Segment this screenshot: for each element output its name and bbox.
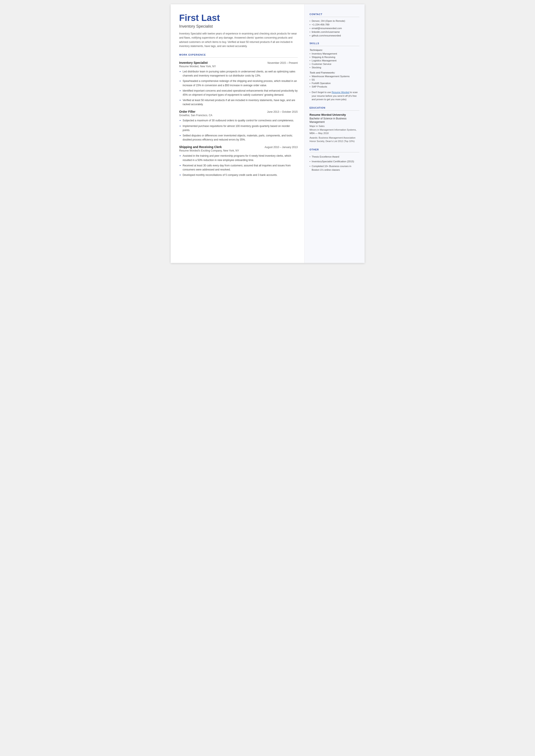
job-1-bullet-1: Led distributor team in pursuing sales p… [179, 70, 298, 78]
job-1-bullets: Led distributor team in pursuing sales p… [179, 70, 298, 107]
education-section: EDUCATION Resume Worded University Bache… [310, 106, 359, 143]
job-1-bullet-3: Identified important concerns and execut… [179, 89, 298, 97]
left-column: First Last Inventory Specialist Inventor… [171, 4, 304, 263]
tools-label: Tools and Frameworks: [310, 71, 359, 74]
edu-degree: Bachelor of Science in Business Manageme… [310, 117, 359, 124]
tool-forklift: Forklift Operation [310, 82, 359, 84]
contact-phone: +1-234-456-789 [310, 23, 359, 26]
contact-linkedin: linkedin.com/in/username [310, 31, 359, 33]
job-2-bullet-2: Implemented purchase requisitions for al… [179, 124, 298, 132]
job-3-header: Shipping and Receiving Clerk August 2010… [179, 145, 298, 149]
contact-list: Denver, OH (Open to Remote) +1-234-456-7… [310, 20, 359, 37]
techniques-list: Inventory Management Shipping & Receivin… [310, 52, 359, 69]
education-label: EDUCATION [310, 106, 359, 109]
job-3-bullets: Assisted in the training and peer mentor… [179, 154, 298, 177]
candidate-title: Inventory Specialist [179, 24, 298, 29]
skills-divider [310, 46, 359, 46]
contact-section: CONTACT Denver, OH (Open to Remote) +1-2… [310, 13, 359, 37]
contact-email: email@resumeworded.com [310, 27, 359, 30]
techniques-label: Techniques: [310, 49, 359, 51]
right-column: CONTACT Denver, OH (Open to Remote) +1-2… [304, 4, 365, 263]
resume-container: First Last Inventory Specialist Inventor… [171, 4, 365, 263]
work-experience-label: WORK EXPERIENCE [179, 53, 298, 56]
skills-section: SKILLS Techniques: Inventory Management … [310, 42, 359, 101]
contact-location: Denver, OH (Open to Remote) [310, 20, 359, 22]
job-2-bullet-3: Settled disputes or differences over inv… [179, 134, 298, 142]
skills-promo-note: Don't forget to use Resume Worded to sca… [310, 91, 359, 101]
skills-note-pre: Don't forget to use [312, 91, 332, 94]
other-section: OTHER Thesis Excellence Award InventoryS… [310, 148, 359, 172]
skill-inventory-management: Inventory Management [310, 52, 359, 55]
skill-stocking: Stocking [310, 66, 359, 69]
other-item-2: InventorySpecialist Certification (2015) [310, 160, 359, 163]
job-2-bullet-1: Subjected a maximum of 30 outbound order… [179, 119, 298, 123]
job-3-bullet-1: Assisted in the training and peer mentor… [179, 154, 298, 162]
tool-sap: SAP Products [310, 85, 359, 88]
other-item-3: Completed 10+ Business courses in Boston… [310, 164, 359, 172]
skill-logistics-management: Logistics Management [310, 59, 359, 62]
job-1-bullet-2: Spearheaded a comprehensive redesign of … [179, 79, 298, 87]
tool-wms: Warehouse Management Systems [310, 75, 359, 78]
other-item-1: Thesis Excellence Award [310, 155, 359, 159]
contact-divider [310, 17, 359, 17]
job-3-dates: August 2010 – January 2013 [265, 146, 297, 149]
job-3-bullet-3: Developed monthly reconciliations of 5 c… [179, 173, 298, 177]
contact-label: CONTACT [310, 13, 359, 15]
job-1-company: Resume Worded, New York, NY [179, 65, 298, 68]
job-3: Shipping and Receiving Clerk August 2010… [179, 145, 298, 177]
job-2-company: Growthsi, San Francisco, CA [179, 114, 298, 117]
job-1: Inventory Specialist November 2015 – Pre… [179, 61, 298, 107]
skills-label: SKILLS [310, 42, 359, 44]
job-1-title: Inventory Specialist [179, 61, 208, 65]
skill-shipping-receiving: Shipping & Receiving [310, 56, 359, 58]
job-1-dates: November 2015 – Present [268, 61, 297, 65]
other-label: OTHER [310, 148, 359, 151]
edu-major: Major in Sales [310, 124, 359, 128]
other-list: Thesis Excellence Award InventorySpecial… [310, 155, 359, 172]
skill-customer-service: Customer Service [310, 63, 359, 65]
job-2-header: Order Filler June 2013 – October 2015 [179, 110, 298, 113]
candidate-summary: Inventory Specialist with twelve years o… [179, 32, 298, 48]
candidate-name: First Last [179, 13, 298, 23]
tool-5s: 5S [310, 78, 359, 81]
contact-github: github.com/resumeworded [310, 34, 359, 37]
edu-awards: Awards: Business Management Association … [310, 136, 359, 143]
work-experience-divider [179, 57, 298, 58]
job-2-bullets: Subjected a maximum of 30 outbound order… [179, 119, 298, 142]
job-3-title: Shipping and Receiving Clerk [179, 145, 222, 149]
job-3-company: Resume Worded's Exciting Company, New Yo… [179, 149, 298, 152]
tools-list: Warehouse Management Systems 5S Forklift… [310, 75, 359, 88]
job-3-bullet-2: Received at least 30 calls every day fro… [179, 164, 298, 172]
job-1-bullet-4: Verified at least 50 returned products i… [179, 98, 298, 106]
resume-worded-link[interactable]: Resume Worded [332, 91, 349, 94]
other-divider [310, 152, 359, 153]
edu-institution: Resume Worded University [310, 113, 359, 116]
job-2-title: Order Filler [179, 110, 195, 113]
education-divider [310, 110, 359, 111]
job-1-header: Inventory Specialist November 2015 – Pre… [179, 61, 298, 65]
edu-minor: Minors in Management Information Systems… [310, 128, 359, 135]
job-2-dates: June 2013 – October 2015 [267, 110, 297, 113]
job-2: Order Filler June 2013 – October 2015 Gr… [179, 110, 298, 142]
